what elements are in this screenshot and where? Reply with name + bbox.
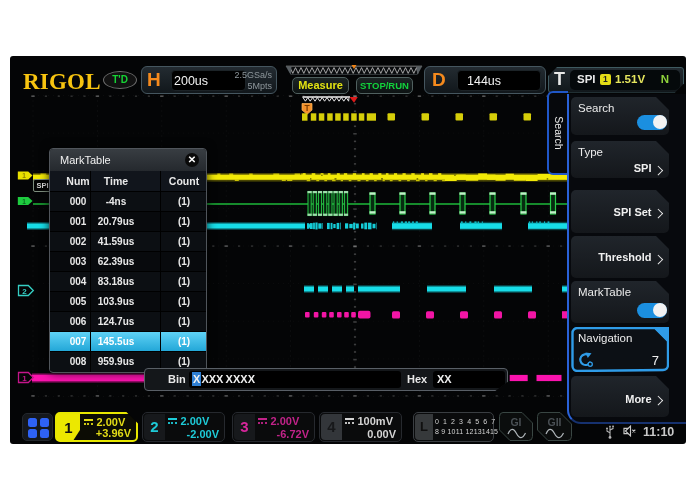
svg-text:GI: GI bbox=[510, 416, 521, 428]
svg-text:2: 2 bbox=[22, 287, 27, 296]
svg-text:GII: GII bbox=[547, 416, 561, 428]
svg-text:1: 1 bbox=[22, 374, 27, 383]
svg-text:1: 1 bbox=[22, 172, 26, 179]
svg-text:1: 1 bbox=[22, 198, 26, 205]
svg-text:T: T bbox=[304, 103, 310, 113]
